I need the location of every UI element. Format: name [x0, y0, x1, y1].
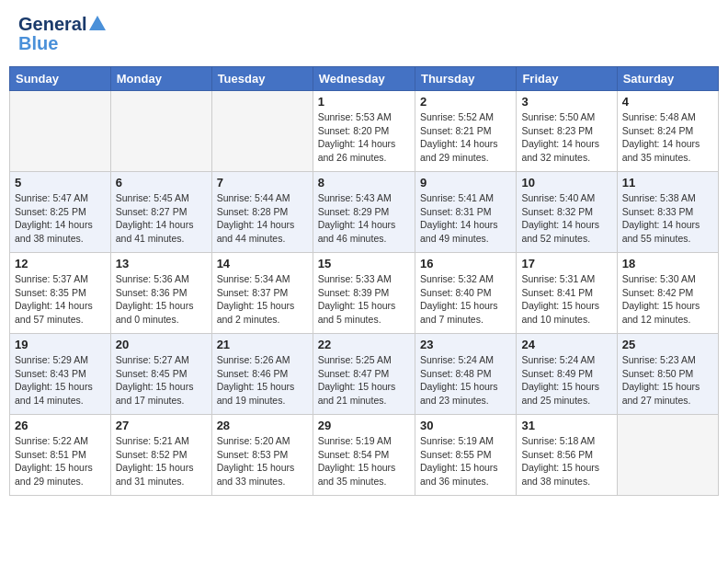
weekday-header-tuesday: Tuesday: [211, 67, 313, 91]
day-info: Sunrise: 5:34 AMSunset: 8:37 PMDaylight:…: [217, 272, 308, 327]
day-number: 19: [15, 338, 106, 351]
day-number: 1: [318, 95, 410, 109]
calendar-cell: 10Sunrise: 5:40 AMSunset: 8:32 PMDayligh…: [517, 172, 617, 253]
calendar-cell: 25Sunrise: 5:23 AMSunset: 8:50 PMDayligh…: [617, 334, 718, 415]
calendar-cell: 15Sunrise: 5:33 AMSunset: 8:39 PMDayligh…: [313, 253, 415, 334]
day-info: Sunrise: 5:27 AMSunset: 8:45 PMDaylight:…: [116, 353, 207, 408]
day-number: 2: [420, 95, 511, 109]
calendar-cell: 17Sunrise: 5:31 AMSunset: 8:41 PMDayligh…: [517, 253, 617, 334]
calendar-cell: [211, 91, 313, 172]
calendar-cell: [617, 415, 718, 496]
calendar-cell: 2Sunrise: 5:52 AMSunset: 8:21 PMDaylight…: [415, 91, 516, 172]
day-info: Sunrise: 5:30 AMSunset: 8:42 PMDaylight:…: [622, 272, 713, 327]
day-number: 8: [318, 176, 410, 190]
day-info: Sunrise: 5:38 AMSunset: 8:33 PMDaylight:…: [622, 191, 713, 246]
calendar-cell: 7Sunrise: 5:44 AMSunset: 8:28 PMDaylight…: [211, 172, 313, 253]
calendar-cell: 20Sunrise: 5:27 AMSunset: 8:45 PMDayligh…: [110, 334, 211, 415]
calendar-cell: 19Sunrise: 5:29 AMSunset: 8:43 PMDayligh…: [10, 334, 111, 415]
day-number: 13: [116, 257, 207, 270]
day-number: 11: [622, 176, 713, 190]
calendar-header-row: SundayMondayTuesdayWednesdayThursdayFrid…: [10, 67, 719, 91]
day-number: 5: [15, 176, 106, 190]
day-number: 17: [521, 257, 611, 270]
day-number: 26: [15, 419, 106, 432]
weekday-header-wednesday: Wednesday: [313, 67, 415, 91]
day-info: Sunrise: 5:44 AMSunset: 8:28 PMDaylight:…: [217, 191, 308, 246]
day-number: 30: [420, 419, 511, 432]
day-info: Sunrise: 5:24 AMSunset: 8:48 PMDaylight:…: [420, 353, 511, 408]
calendar-cell: [10, 91, 111, 172]
day-info: Sunrise: 5:29 AMSunset: 8:43 PMDaylight:…: [15, 353, 106, 408]
day-number: 20: [116, 338, 207, 351]
calendar-cell: 12Sunrise: 5:37 AMSunset: 8:35 PMDayligh…: [10, 253, 111, 334]
calendar-cell: 28Sunrise: 5:20 AMSunset: 8:53 PMDayligh…: [211, 415, 313, 496]
day-number: 9: [420, 176, 511, 190]
calendar-cell: 11Sunrise: 5:38 AMSunset: 8:33 PMDayligh…: [617, 172, 718, 253]
weekday-header-monday: Monday: [110, 67, 211, 91]
calendar-cell: 8Sunrise: 5:43 AMSunset: 8:29 PMDaylight…: [313, 172, 415, 253]
day-number: 23: [420, 338, 511, 351]
calendar-cell: 26Sunrise: 5:22 AMSunset: 8:51 PMDayligh…: [10, 415, 111, 496]
logo-blue-text: Blue: [18, 33, 58, 54]
day-number: 25: [622, 338, 713, 351]
calendar-week-1: 1Sunrise: 5:53 AMSunset: 8:20 PMDaylight…: [10, 91, 719, 172]
day-number: 6: [116, 176, 207, 190]
day-info: Sunrise: 5:24 AMSunset: 8:49 PMDaylight:…: [521, 353, 611, 408]
day-info: Sunrise: 5:43 AMSunset: 8:29 PMDaylight:…: [318, 191, 410, 246]
day-info: Sunrise: 5:20 AMSunset: 8:53 PMDaylight:…: [217, 434, 308, 488]
logo-icon: [89, 16, 106, 30]
calendar-cell: 4Sunrise: 5:48 AMSunset: 8:24 PMDaylight…: [617, 91, 718, 172]
day-info: Sunrise: 5:48 AMSunset: 8:24 PMDaylight:…: [622, 110, 713, 165]
day-info: Sunrise: 5:26 AMSunset: 8:46 PMDaylight:…: [217, 353, 308, 408]
day-info: Sunrise: 5:25 AMSunset: 8:47 PMDaylight:…: [318, 353, 410, 408]
day-number: 14: [217, 257, 308, 270]
day-info: Sunrise: 5:18 AMSunset: 8:56 PMDaylight:…: [521, 434, 611, 488]
day-info: Sunrise: 5:50 AMSunset: 8:23 PMDaylight:…: [521, 110, 611, 165]
calendar-cell: 6Sunrise: 5:45 AMSunset: 8:27 PMDaylight…: [110, 172, 211, 253]
day-info: Sunrise: 5:41 AMSunset: 8:31 PMDaylight:…: [420, 191, 511, 246]
calendar-cell: 27Sunrise: 5:21 AMSunset: 8:52 PMDayligh…: [110, 415, 211, 496]
day-info: Sunrise: 5:36 AMSunset: 8:36 PMDaylight:…: [116, 272, 207, 327]
day-info: Sunrise: 5:53 AMSunset: 8:20 PMDaylight:…: [318, 110, 410, 165]
calendar-week-5: 26Sunrise: 5:22 AMSunset: 8:51 PMDayligh…: [10, 415, 719, 496]
day-number: 22: [318, 338, 410, 351]
calendar-cell: 14Sunrise: 5:34 AMSunset: 8:37 PMDayligh…: [211, 253, 313, 334]
day-info: Sunrise: 5:31 AMSunset: 8:41 PMDaylight:…: [521, 272, 611, 327]
day-info: Sunrise: 5:40 AMSunset: 8:32 PMDaylight:…: [521, 191, 611, 246]
day-number: 7: [217, 176, 308, 190]
calendar-cell: 22Sunrise: 5:25 AMSunset: 8:47 PMDayligh…: [313, 334, 415, 415]
weekday-header-sunday: Sunday: [10, 67, 111, 91]
calendar-cell: 13Sunrise: 5:36 AMSunset: 8:36 PMDayligh…: [110, 253, 211, 334]
logo: General Blue: [18, 14, 106, 54]
day-number: 16: [420, 257, 511, 270]
calendar-week-3: 12Sunrise: 5:37 AMSunset: 8:35 PMDayligh…: [10, 253, 719, 334]
calendar-cell: 31Sunrise: 5:18 AMSunset: 8:56 PMDayligh…: [517, 415, 617, 496]
weekday-header-saturday: Saturday: [617, 67, 718, 91]
calendar-cell: 24Sunrise: 5:24 AMSunset: 8:49 PMDayligh…: [517, 334, 617, 415]
calendar-cell: 3Sunrise: 5:50 AMSunset: 8:23 PMDaylight…: [517, 91, 617, 172]
day-info: Sunrise: 5:45 AMSunset: 8:27 PMDaylight:…: [116, 191, 207, 246]
day-number: 3: [521, 95, 611, 109]
calendar-cell: 21Sunrise: 5:26 AMSunset: 8:46 PMDayligh…: [211, 334, 313, 415]
day-info: Sunrise: 5:19 AMSunset: 8:55 PMDaylight:…: [420, 434, 511, 488]
day-number: 21: [217, 338, 308, 351]
day-number: 15: [318, 257, 410, 270]
weekday-header-friday: Friday: [517, 67, 617, 91]
calendar-week-4: 19Sunrise: 5:29 AMSunset: 8:43 PMDayligh…: [10, 334, 719, 415]
calendar-cell: 23Sunrise: 5:24 AMSunset: 8:48 PMDayligh…: [415, 334, 516, 415]
calendar-cell: [110, 91, 211, 172]
calendar-cell: 9Sunrise: 5:41 AMSunset: 8:31 PMDaylight…: [415, 172, 516, 253]
day-number: 18: [622, 257, 713, 270]
day-number: 28: [217, 419, 308, 432]
calendar-cell: 5Sunrise: 5:47 AMSunset: 8:25 PMDaylight…: [10, 172, 111, 253]
day-info: Sunrise: 5:21 AMSunset: 8:52 PMDaylight:…: [116, 434, 207, 488]
day-number: 4: [622, 95, 713, 109]
day-number: 10: [521, 176, 611, 190]
calendar-week-2: 5Sunrise: 5:47 AMSunset: 8:25 PMDaylight…: [10, 172, 719, 253]
day-info: Sunrise: 5:37 AMSunset: 8:35 PMDaylight:…: [15, 272, 106, 327]
day-number: 31: [521, 419, 611, 432]
logo-general-text: General: [18, 14, 86, 35]
calendar-cell: 30Sunrise: 5:19 AMSunset: 8:55 PMDayligh…: [415, 415, 516, 496]
day-info: Sunrise: 5:47 AMSunset: 8:25 PMDaylight:…: [15, 191, 106, 246]
calendar-cell: 18Sunrise: 5:30 AMSunset: 8:42 PMDayligh…: [617, 253, 718, 334]
